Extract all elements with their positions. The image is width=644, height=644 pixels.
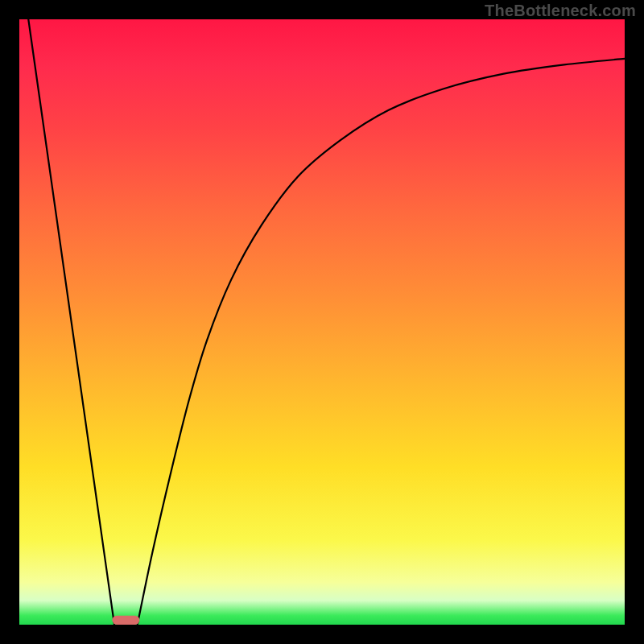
curve-path <box>28 19 625 625</box>
optimum-marker <box>112 616 139 625</box>
chart-curve-layer <box>19 19 625 625</box>
watermark-text: TheBottleneck.com <box>485 2 636 20</box>
chart-frame: TheBottleneck.com <box>0 0 644 644</box>
